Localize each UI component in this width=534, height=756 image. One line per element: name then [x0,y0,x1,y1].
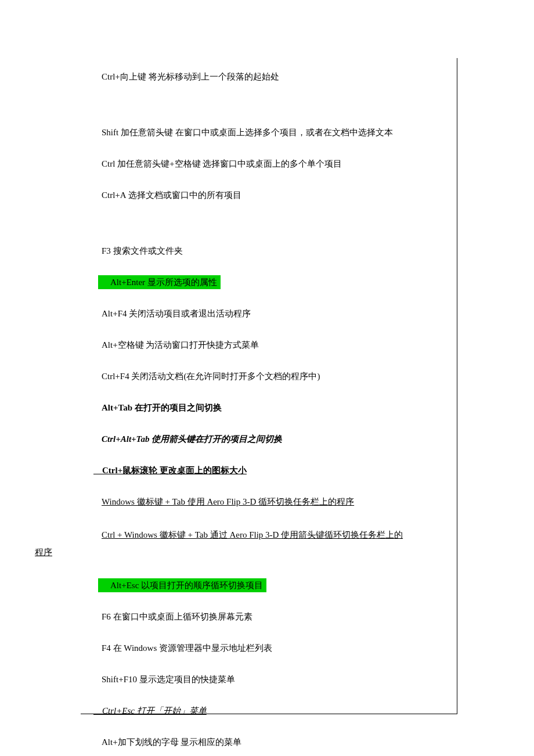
shortcut-line: Shift 加任意箭头键 在窗口中或桌面上选择多个项目，或者在文档中选择文本 [81,125,457,139]
text-part2: 程序 [35,543,457,561]
shortcut-line-underline: Windows 徽标键 + Tab 使用 Aero Flip 3-D 循环切换任… [81,495,457,509]
shortcut-line: F4 在 Windows 资源管理器中显示地址栏列表 [81,641,457,655]
shortcut-line: Ctrl 加任意箭头键+空格键 选择窗口中或桌面上的多个单个项目 [81,157,457,171]
shortcut-line: Alt+F4 关闭活动项目或者退出活动程序 [81,307,457,321]
shortcut-line-italic-underline: Ctrl+Esc 打开「开始」菜单 [81,704,457,718]
shortcut-line-bold-underline: Ctrl+鼠标滚轮 更改桌面上的图标大小 [81,463,457,477]
text: Windows 徽标键 + Tab 使用 Aero Flip 3-D 循环切换任… [93,497,354,506]
shortcut-line-highlighted: Alt+Enter 显示所选项的属性 [81,275,457,289]
shortcut-line: Ctrl+F4 关闭活动文档(在允许同时打开多个文档的程序中) [81,369,457,383]
shortcut-line: Shift+F10 显示选定项目的快捷菜单 [81,672,457,686]
text-part1: Ctrl + Windows 徽标键 + Tab 通过 Aero Flip 3-… [102,530,403,539]
shortcut-line: Alt+空格键 为活动窗口打开快捷方式菜单 [81,338,457,352]
highlight-text: Alt+Enter 显示所选项的属性 [98,275,221,289]
shortcut-line: Ctrl+向上键 将光标移动到上一个段落的起始处 [81,70,457,84]
page-content-frame: Ctrl+向上键 将光标移动到上一个段落的起始处 Shift 加任意箭头键 在窗… [81,58,457,714]
shortcut-line-underline-wrap: Ctrl + Windows 徽标键 + Tab 通过 Aero Flip 3-… [81,526,457,561]
shortcut-line: Ctrl+A 选择文档或窗口中的所有项目 [81,188,457,202]
highlight-text: Alt+Esc 以项目打开的顺序循环切换项目 [98,578,266,592]
shortcut-line-bold: Alt+Tab 在打开的项目之间切换 [81,401,457,415]
shortcut-line: Alt+加下划线的字母 显示相应的菜单 [81,735,457,749]
shortcut-line-highlighted: Alt+Esc 以项目打开的顺序循环切换项目 [81,578,457,592]
wrapped-underline-text: Ctrl + Windows 徽标键 + Tab 通过 Aero Flip 3-… [81,526,457,561]
shortcut-line: F6 在窗口中或桌面上循环切换屏幕元素 [81,610,457,624]
shortcut-line: F3 搜索文件或文件夹 [81,244,457,258]
shortcut-line-bold-italic: Ctrl+Alt+Tab 使用箭头键在打开的项目之间切换 [81,432,457,446]
